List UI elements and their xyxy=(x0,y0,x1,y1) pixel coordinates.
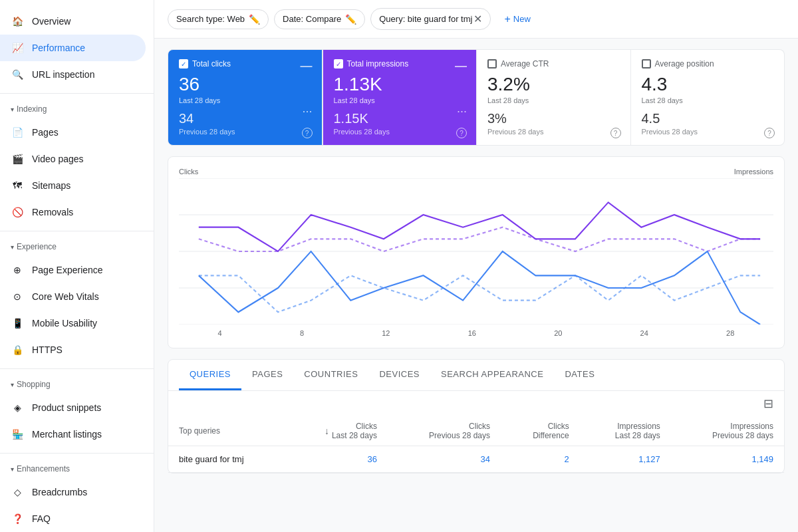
stat-card-ctr[interactable]: Average CTR 3.2% Last 28 days 3% Previou… xyxy=(477,49,631,146)
col-impr-prev: Impressions Previous 28 days xyxy=(671,416,784,446)
tab-queries[interactable]: QUERIES xyxy=(179,360,241,390)
sidebar-item-core-web-vitals[interactable]: ⊙ Core Web Vitals xyxy=(0,283,146,310)
https-icon: 🔒 xyxy=(11,343,24,356)
impressions-value2: 1.15K xyxy=(334,111,466,126)
col-clicks-diff: Clicks Difference xyxy=(501,416,580,446)
topbar: Search type: Web ✏️ Date: Compare ✏️ Que… xyxy=(154,0,798,39)
home-icon: 🏠 xyxy=(11,15,24,28)
sidebar-item-page-experience[interactable]: ⊕ Page Experience xyxy=(0,257,146,283)
ctr-checkbox[interactable] xyxy=(487,59,497,68)
tab-search-appearance[interactable]: SEARCH APPEARANCE xyxy=(430,360,554,390)
tabs-row: QUERIES PAGES COUNTRIES DEVICES SEARCH A… xyxy=(168,360,784,391)
ctr-value2: 3% xyxy=(487,111,620,126)
impressions-label: Total impressions xyxy=(334,59,466,68)
clicks-checkbox[interactable] xyxy=(179,59,188,68)
col-clicks-last[interactable]: ↓ Clicks Last 28 days xyxy=(287,416,388,446)
ctr-value: 3.2% xyxy=(487,74,620,95)
video-icon: 🎬 xyxy=(11,152,24,166)
indexing-section-header[interactable]: Indexing xyxy=(0,99,154,119)
plus-icon: + xyxy=(504,13,510,25)
col-top-queries: Top queries xyxy=(168,416,287,446)
tab-dates[interactable]: DATES xyxy=(554,360,605,390)
sidebar-item-https[interactable]: 🔒 HTTPS xyxy=(0,336,146,363)
sidebar-item-overview[interactable]: 🏠 Overview xyxy=(0,8,146,35)
ctr-label: Average CTR xyxy=(487,59,620,68)
breadcrumbs-icon: ◇ xyxy=(11,485,24,499)
edit-date-icon: ✏️ xyxy=(345,14,356,25)
stat-card-impressions[interactable]: Total impressions — 1.13K Last 28 days ·… xyxy=(323,49,477,146)
sidebar: 🏠 Overview 📈 Performance 🔍 URL inspectio… xyxy=(0,0,154,532)
tab-devices[interactable]: DEVICES xyxy=(368,360,430,390)
position-checkbox[interactable] xyxy=(642,59,651,68)
removals-icon: 🚫 xyxy=(11,205,24,219)
position-label: Average position xyxy=(642,59,774,68)
faq-icon: ❓ xyxy=(11,512,24,525)
enhancements-section-header[interactable]: Enhancements xyxy=(0,459,154,479)
col-clicks-prev: Clicks Previous 28 days xyxy=(388,416,501,446)
stat-card-clicks[interactable]: Total clicks — 36 Last 28 days ··· 34 Pr… xyxy=(168,49,323,146)
sidebar-item-performance[interactable]: 📈 Performance xyxy=(0,35,146,61)
clicks-last-cell: 36 xyxy=(287,446,388,473)
sidebar-item-video-pages[interactable]: 🎬 Video pages xyxy=(0,146,146,172)
tab-countries[interactable]: COUNTRIES xyxy=(293,360,368,390)
table-row: bite guard for tmj 36 34 2 1,127 xyxy=(168,446,784,473)
clicks-help[interactable]: ? xyxy=(302,128,313,138)
stat-card-position[interactable]: Average position 4.3 Last 28 days 4.5 Pr… xyxy=(631,49,785,146)
y-right-label: Impressions xyxy=(734,168,773,176)
trending-icon: 📈 xyxy=(11,41,24,55)
clicks-dash: — xyxy=(301,59,313,73)
position-period1: Last 28 days xyxy=(642,96,774,104)
impressions-period1: Last 28 days xyxy=(334,96,466,104)
position-help[interactable]: ? xyxy=(764,128,775,138)
impressions-checkbox[interactable] xyxy=(334,59,343,68)
sidebar-item-faq[interactable]: ❓ FAQ xyxy=(0,505,146,532)
table-filter-icon[interactable]: ⊟ xyxy=(763,396,773,411)
y-left-label: Clicks xyxy=(179,168,198,176)
sort-arrow-icon: ↓ xyxy=(325,426,329,436)
remove-query-button[interactable]: ✕ xyxy=(473,13,482,25)
performance-chart: 6 2 4 0 xyxy=(179,178,773,325)
main-content: Search type: Web ✏️ Date: Compare ✏️ Que… xyxy=(154,0,798,532)
page-exp-icon: ⊕ xyxy=(11,263,24,277)
impr-prev-cell: 1,149 xyxy=(671,446,784,473)
query-chip[interactable]: Query: bite guard for tmj ✕ xyxy=(370,8,491,30)
shopping-section-header[interactable]: Shopping xyxy=(0,374,154,394)
clicks-label: Total clicks xyxy=(179,59,311,68)
impressions-value: 1.13K xyxy=(334,74,466,95)
merchant-icon: 🏪 xyxy=(11,428,24,441)
tabs-and-table: QUERIES PAGES COUNTRIES DEVICES SEARCH A… xyxy=(168,359,785,473)
clicks-period1: Last 28 days xyxy=(179,96,311,104)
sidebar-item-sitemaps[interactable]: 🗺 Sitemaps xyxy=(0,172,146,199)
tab-pages[interactable]: PAGES xyxy=(241,360,293,390)
product-snippets-icon: ◈ xyxy=(11,401,24,414)
core-web-vitals-icon: ⊙ xyxy=(11,290,24,303)
sidebar-item-product-snippets[interactable]: ◈ Product snippets xyxy=(0,394,146,421)
impr-last-cell: 1,127 xyxy=(580,446,671,473)
edit-icon: ✏️ xyxy=(249,14,260,25)
sidebar-item-merchant-listings[interactable]: 🏪 Merchant listings xyxy=(0,421,146,448)
clicks-period2: Previous 28 days xyxy=(179,128,311,136)
new-filter-button[interactable]: + New xyxy=(496,9,538,29)
sidebar-item-mobile-usability[interactable]: 📱 Mobile Usability xyxy=(0,310,146,336)
impressions-dash: — xyxy=(455,59,467,73)
experience-section-header[interactable]: Experience xyxy=(0,237,154,257)
sidebar-item-breadcrumbs[interactable]: ◇ Breadcrumbs xyxy=(0,479,146,505)
ctr-period2: Previous 28 days xyxy=(487,128,620,136)
clicks-prev-cell: 34 xyxy=(388,446,501,473)
pages-icon: 📄 xyxy=(11,126,24,139)
chart-container: Clicks Impressions 6 2 4 0 48 xyxy=(168,156,785,348)
table-toolbar: ⊟ xyxy=(168,391,784,416)
position-value: 4.3 xyxy=(642,74,774,95)
search-type-chip[interactable]: Search type: Web ✏️ xyxy=(168,9,269,29)
sidebar-item-pages[interactable]: 📄 Pages xyxy=(0,119,146,146)
clicks-value2: 34 xyxy=(179,111,311,126)
impressions-help[interactable]: ? xyxy=(456,128,467,138)
sidebar-item-url-inspection[interactable]: 🔍 URL inspection xyxy=(0,61,146,88)
queries-table: Top queries ↓ Clicks Last 28 days xyxy=(168,416,784,473)
ctr-help[interactable]: ? xyxy=(610,128,621,138)
search-icon: 🔍 xyxy=(11,68,24,81)
date-chip[interactable]: Date: Compare ✏️ xyxy=(274,9,365,29)
stats-row: Total clicks — 36 Last 28 days ··· 34 Pr… xyxy=(168,49,785,146)
sidebar-item-removals[interactable]: 🚫 Removals xyxy=(0,199,146,225)
ctr-period1: Last 28 days xyxy=(487,96,620,104)
